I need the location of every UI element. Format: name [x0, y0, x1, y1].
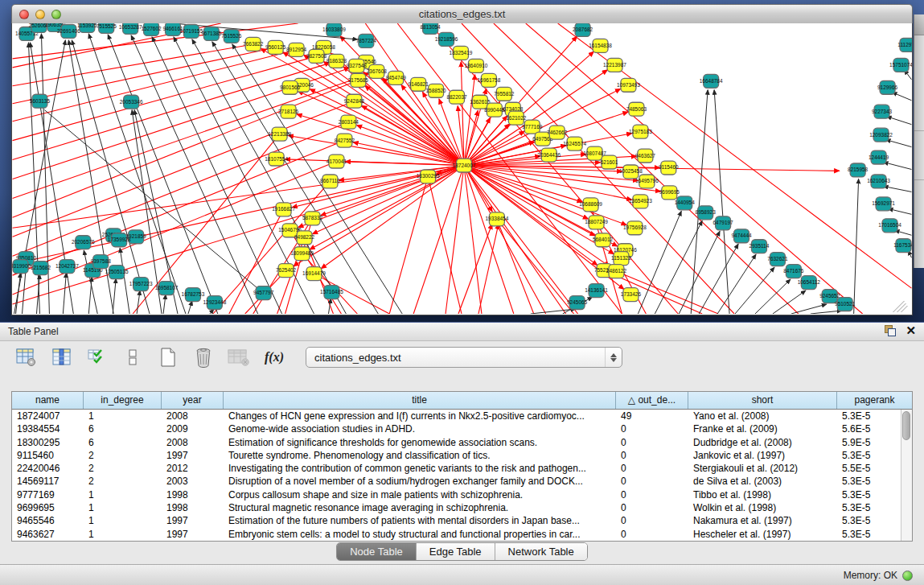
graph-node-label: 1733426: [621, 291, 642, 297]
table-cell: 1: [84, 488, 162, 501]
float-panel-icon[interactable]: [884, 324, 896, 336]
table-cell: 6: [84, 436, 162, 449]
table-selector-dropdown[interactable]: citations_edges.txt: [306, 347, 622, 368]
graph-edge: [717, 254, 756, 314]
scrollbar-thumb[interactable]: [902, 411, 910, 440]
table-row[interactable]: 1872400712008Changes of HCN gene express…: [12, 410, 901, 422]
table-cell: 1: [84, 501, 162, 514]
network-view-canvas[interactable]: 1405571225260651906350226914061153925751…: [11, 23, 913, 315]
table-row[interactable]: 946362711997Embryonic stem cells: a mode…: [12, 528, 901, 541]
table-row[interactable]: 1938455462009Genome-wide association stu…: [12, 422, 901, 435]
delete-table-button[interactable]: [227, 345, 251, 369]
table-cell: 1: [84, 514, 162, 527]
graph-node-label: 8454749: [386, 75, 407, 80]
table-row[interactable]: 977716911998Corpus callosum shape and si…: [12, 488, 901, 501]
column-header-short[interactable]: short: [688, 392, 837, 409]
graph-node-label: 10807487: [583, 150, 606, 156]
table-cell: 19384554: [12, 422, 84, 435]
graph-edge: [428, 176, 462, 314]
graph-node-label: 20053346: [120, 99, 143, 105]
column-header-in_degree[interactable]: in_degree: [84, 392, 162, 409]
background-window-titlebar-sliver: [914, 14, 924, 35]
graph-edge: [458, 224, 492, 314]
background-window-edge: [914, 14, 924, 268]
show-columns-button[interactable]: [50, 345, 74, 369]
column-header-out_de[interactable]: △ out_de...: [616, 392, 688, 409]
graph-node-label: 8471676: [783, 268, 804, 274]
graph-node-label: 16648784: [700, 78, 723, 84]
table-mode-button[interactable]: [14, 345, 39, 369]
table-cell: Embryonic stem cells: a model to study s…: [224, 528, 616, 541]
table-row[interactable]: 2242004622012Investigating the contribut…: [12, 462, 901, 475]
table-scrollbar[interactable]: [901, 410, 912, 541]
graph-edge: [397, 23, 622, 314]
table-row[interactable]: 969969511998Structural magnetic resonanc…: [12, 501, 901, 514]
table-header-row: namein_degreeyeartitle△ out_de...shortpa…: [12, 392, 912, 410]
table-cell: Dudbridge et al. (2008): [688, 436, 837, 449]
graph-node-label: 17359928: [108, 237, 131, 242]
table-cell: Tourette syndrome. Phenomenology and cla…: [224, 449, 616, 462]
graph-node-label: 1440954: [675, 200, 696, 205]
graph-node-label: 9319900: [12, 263, 31, 269]
table-cell: Tibbo et al. (1998): [688, 488, 837, 501]
graph-node-label: 2935114: [749, 243, 770, 249]
graph-edge: [13, 166, 464, 305]
memory-ok-indicator: [902, 571, 913, 581]
table-cell: 1: [84, 528, 162, 541]
column-header-title[interactable]: title: [224, 392, 616, 409]
table-cell: 5.3E-5: [837, 528, 901, 541]
table-cell: 0: [616, 462, 688, 475]
graph-node-label: 16495796: [635, 178, 659, 183]
graph-node-label: 7485063: [626, 106, 647, 112]
citation-network-graph[interactable]: 1405571225260651906350226914061153925751…: [12, 23, 912, 314]
graph-node-label: 8667110: [320, 178, 340, 183]
table-panel: Table Panel ✕: [0, 322, 924, 585]
graph-node-label: 4170041: [326, 159, 347, 164]
table-cell: 5.3E-5: [837, 410, 901, 422]
graph-node-label: 7462662: [547, 130, 568, 135]
tab-network-table[interactable]: Network Table: [495, 543, 587, 560]
graph-node-label: 12975183: [629, 129, 652, 134]
graph-node-label: 12093822: [869, 132, 893, 138]
graph-node-label: 9498222: [294, 234, 315, 240]
function-builder-button[interactable]: f(x): [262, 345, 286, 369]
table-row[interactable]: 946554611997Estimation of the future num…: [12, 514, 901, 527]
delete-columns-button[interactable]: [191, 345, 216, 369]
graph-edge: [884, 163, 912, 170]
table-row[interactable]: 1456911722003Disruption of a novel membe…: [12, 475, 901, 488]
graph-node-label: 9227343: [872, 109, 893, 114]
network-window-titlebar[interactable]: citations_edges.txt: [11, 4, 913, 25]
graph-node-label: 20206576: [72, 239, 95, 245]
new-column-button[interactable]: [156, 345, 180, 369]
graph-node-label: 9671385: [201, 31, 222, 36]
graph-node-label: 10654112: [798, 279, 821, 285]
table-cell: 6: [84, 422, 162, 435]
table-panel-header: Table Panel ✕: [0, 323, 924, 341]
graph-node-label: 10719155: [180, 28, 203, 34]
close-panel-icon[interactable]: ✕: [906, 324, 916, 336]
table-cell: 18724007: [12, 410, 84, 422]
column-header-year[interactable]: year: [162, 392, 224, 409]
graph-edge: [714, 90, 729, 314]
table-cell: Estimation of the future numbers of pati…: [224, 514, 616, 527]
deselect-all-rows-button[interactable]: [121, 345, 145, 369]
table-cell: 18300295: [12, 436, 84, 449]
tab-node-table[interactable]: Node Table: [337, 543, 417, 560]
graph-edge: [893, 93, 912, 101]
graph-node-label: 9397588: [91, 258, 112, 264]
table-cell: 1997: [162, 528, 224, 541]
memory-status-label: Memory: OK: [844, 570, 897, 581]
graph-node-label: 9115460: [659, 164, 679, 170]
graph-node-label: 9146821: [409, 81, 429, 87]
table-cell: Investigating the contribution of common…: [224, 462, 616, 475]
column-header-pagerank[interactable]: pagerank: [837, 392, 912, 409]
select-all-rows-button[interactable]: [85, 345, 109, 369]
table-row[interactable]: 1830029562008Estimation of significance …: [12, 436, 901, 449]
graph-edge: [13, 44, 253, 86]
tab-edge-table[interactable]: Edge Table: [417, 543, 495, 560]
column-header-name[interactable]: name: [12, 392, 84, 409]
graph-edge: [854, 179, 859, 314]
table-row[interactable]: 911546021997Tourette syndrome. Phenomeno…: [12, 449, 901, 462]
graph-node-label: 9510521: [835, 301, 856, 307]
graph-node-label: 8427552: [335, 138, 355, 143]
